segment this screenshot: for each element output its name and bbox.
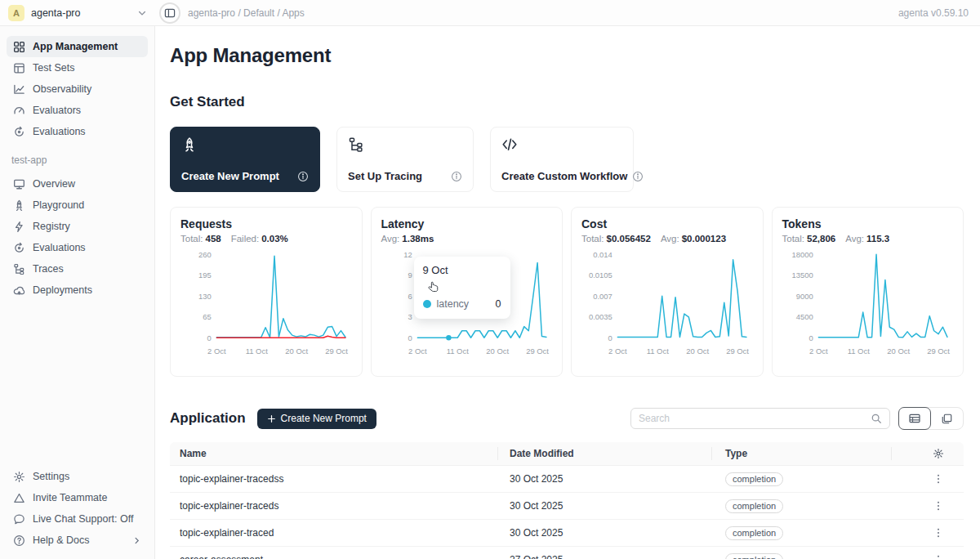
table-row[interactable]: topic-explainer-traced 30 Oct 2025 compl…	[170, 520, 964, 547]
sidebar-item-evaluations-project[interactable]: Evaluations	[7, 237, 148, 258]
row-menu-button[interactable]	[933, 554, 944, 559]
card-label: Set Up Tracing	[348, 170, 422, 182]
sidebar-item-label: Observability	[33, 83, 91, 95]
svg-text:11 Oct: 11 Oct	[847, 347, 869, 356]
tooltip-date: 9 Oct	[423, 264, 501, 276]
chart-stat: Total:$0.056452	[581, 234, 651, 244]
row-menu-button[interactable]	[933, 500, 944, 512]
table-row[interactable]: career-assessment 27 Oct 2025 completion	[170, 547, 964, 559]
svg-text:20 Oct: 20 Oct	[686, 347, 709, 356]
column-header-name[interactable]: Name	[170, 447, 498, 460]
table-settings-gear-icon[interactable]	[933, 448, 944, 459]
sidebar-item-deployments[interactable]: Deployments	[7, 280, 148, 301]
svg-text:65: 65	[203, 312, 211, 321]
sidebar-item-overview[interactable]: Overview	[7, 173, 148, 195]
evaluations-cycle-icon	[13, 126, 25, 138]
workspace-avatar: A	[8, 5, 24, 21]
svg-text:3: 3	[408, 312, 412, 321]
button-label: Create New Prompt	[281, 413, 367, 424]
line-chart: 2601951306502 Oct11 Oct20 Oct29 Oct	[180, 245, 352, 361]
main-content: App Management Get Started Create New Pr…	[155, 26, 980, 559]
chart-title: Cost	[581, 217, 753, 230]
svg-text:11 Oct: 11 Oct	[446, 347, 468, 356]
hand-cursor-icon	[426, 281, 440, 295]
sidebar-item-label: Playground	[33, 199, 84, 211]
tooltip-series-name: latency	[437, 298, 470, 310]
sidebar-collapse-button[interactable]	[159, 2, 180, 24]
date-modified-cell: 27 Oct 2025	[498, 554, 712, 559]
row-menu-button[interactable]	[933, 473, 944, 485]
help-circle-icon	[13, 534, 25, 547]
plus-icon	[267, 414, 276, 423]
sidebar-item-label: Settings	[33, 471, 69, 482]
chart-stats: Total:458Failed:0.03%	[180, 234, 352, 244]
column-header-type[interactable]: Type	[712, 447, 892, 460]
sidebar-item-test-sets[interactable]: Test Sets	[7, 57, 148, 78]
sidebar-item-label: Evaluators	[33, 105, 81, 116]
svg-text:29 Oct: 29 Oct	[726, 347, 749, 356]
sidebar-item-label: Test Sets	[33, 62, 74, 74]
type-badge: completion	[725, 472, 783, 486]
chevron-right-icon	[132, 536, 141, 545]
svg-text:2 Oct: 2 Oct	[809, 347, 828, 356]
sidebar-item-evaluations[interactable]: Evaluations	[7, 121, 148, 142]
sidebar-item-app-management[interactable]: App Management	[7, 36, 148, 57]
create-new-prompt-button[interactable]: Create New Prompt	[257, 409, 376, 429]
sidebar-item-invite-teammate[interactable]: Invite Teammate	[7, 487, 148, 508]
svg-text:2 Oct: 2 Oct	[207, 347, 226, 356]
sidebar-item-label: Evaluations	[33, 126, 86, 137]
svg-text:6: 6	[408, 292, 412, 301]
chart-stat: Avg:115.3	[845, 234, 889, 244]
sidebar-item-label: Evaluations	[33, 242, 86, 253]
sidebar-item-observability[interactable]: Observability	[7, 78, 148, 100]
sidebar-item-traces[interactable]: Traces	[7, 258, 148, 280]
sidebar-item-help-docs[interactable]: Help & Docs	[7, 530, 148, 551]
table-row[interactable]: topic-explainer-tracedss 30 Oct 2025 com…	[170, 466, 964, 493]
card-view-button[interactable]	[930, 408, 963, 429]
create-new-prompt-card[interactable]: Create New Prompt	[170, 127, 320, 192]
search-icon[interactable]	[871, 413, 882, 424]
app-name-cell: topic-explainer-traced	[170, 527, 498, 539]
breadcrumb[interactable]: agenta-pro / Default / Apps	[188, 7, 305, 19]
project-label: test-app	[11, 154, 143, 166]
svg-text:29 Oct: 29 Oct	[325, 347, 348, 356]
app-grid-icon	[13, 41, 25, 53]
chart-stat: Total:458	[180, 234, 221, 244]
info-icon[interactable]	[297, 171, 309, 182]
sidebar-item-evaluators[interactable]: Evaluators	[7, 100, 148, 121]
sidebar-item-playground[interactable]: Playground	[7, 195, 148, 216]
svg-text:0: 0	[207, 333, 212, 342]
set-up-tracing-card[interactable]: Set Up Tracing	[336, 127, 474, 192]
chart-stat: Failed:0.03%	[231, 234, 288, 244]
row-menu-button[interactable]	[933, 527, 944, 539]
metric-chart-card-cost: Cost Total:$0.056452Avg:$0.000123 0.0140…	[571, 207, 764, 377]
table-row[interactable]: topic-explainer-traceds 30 Oct 2025 comp…	[170, 493, 964, 520]
svg-text:9000: 9000	[795, 292, 813, 301]
rocket-icon	[13, 199, 25, 212]
get-started-title: Get Started	[170, 94, 964, 110]
column-header-date-modified[interactable]: Date Modified	[498, 447, 712, 460]
table-view-button[interactable]	[898, 407, 931, 430]
info-icon[interactable]	[632, 171, 644, 182]
line-chart: 0.0140.01050.0070.003502 Oct11 Oct20 Oct…	[581, 245, 753, 361]
panel-collapse-icon	[164, 7, 176, 19]
metric-charts-row: Requests Total:458Failed:0.03% 260195130…	[170, 207, 964, 377]
svg-text:0.0105: 0.0105	[589, 271, 612, 280]
svg-text:29 Oct: 29 Oct	[526, 347, 549, 356]
svg-text:0.007: 0.007	[593, 292, 612, 301]
svg-text:130: 130	[198, 292, 212, 301]
svg-text:9: 9	[408, 271, 412, 280]
observability-chart-icon	[13, 83, 25, 96]
svg-text:20 Oct: 20 Oct	[887, 347, 910, 356]
chart-stat: Avg:1.38ms	[381, 234, 434, 244]
sidebar-item-live-chat[interactable]: Live Chat Support: Off	[7, 508, 148, 530]
sidebar-item-settings[interactable]: Settings	[7, 466, 148, 487]
search-input[interactable]	[639, 413, 871, 424]
sidebar-item-label: Live Chat Support: Off	[33, 513, 133, 525]
info-icon[interactable]	[451, 171, 462, 182]
workspace-switcher[interactable]: A agenta-pro	[0, 5, 155, 21]
line-chart: 18000135009000450002 Oct11 Oct20 Oct29 O…	[782, 245, 954, 361]
chart-stats: Avg:1.38ms	[381, 234, 553, 244]
create-custom-workflow-card[interactable]: Create Custom Workflow	[490, 127, 634, 192]
sidebar-item-registry[interactable]: Registry	[7, 216, 148, 237]
